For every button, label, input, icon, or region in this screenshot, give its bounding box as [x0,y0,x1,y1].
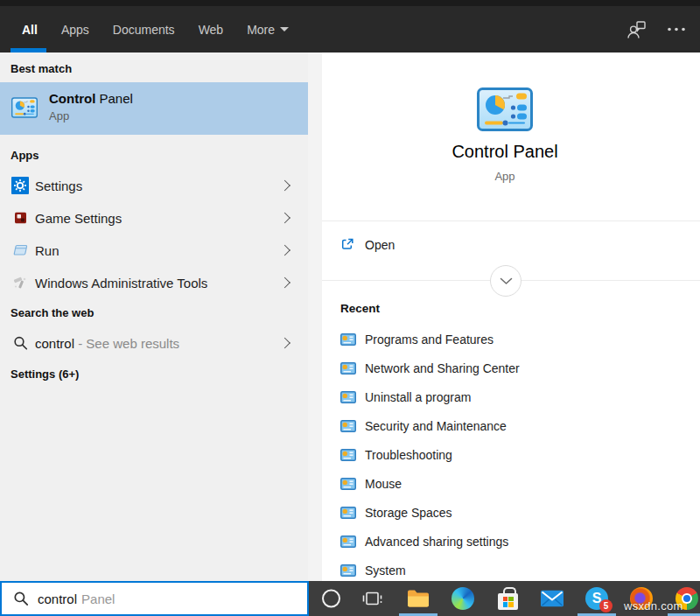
recent-list: Programs and Features Network and Sharin… [322,325,688,584]
feedback-icon[interactable] [626,20,648,39]
tab-all[interactable]: All [22,23,38,37]
launch-icon [340,237,354,251]
more-options-icon[interactable] [667,27,686,32]
control-panel-icon-large [322,88,688,131]
search-header-bar: All Apps Documents Web More [0,0,700,52]
recent-item[interactable]: Programs and Features [322,325,688,354]
file-explorer-icon[interactable] [407,590,430,608]
best-match-type: App [49,109,69,122]
control-panel-mini-icon [340,391,356,403]
web-suffix: - See web results [74,335,179,350]
cortana-icon[interactable] [322,590,340,608]
game-settings-icon [10,212,30,223]
chevron-right-icon [279,179,290,191]
control-panel-mini-icon [340,420,356,432]
preview-panel: Control Panel App Open Recent Programs a… [322,52,700,581]
control-panel-mini-icon [340,449,356,461]
recent-item[interactable]: Troubleshooting [322,440,688,469]
control-panel-mini-icon [340,507,356,519]
search-icon [13,591,29,606]
watermark: wsxdn.com [624,599,683,612]
app-row-run[interactable]: Run [0,234,308,266]
control-panel-mini-icon [340,536,356,548]
skype-notification-badge: 5 [599,599,612,612]
settings-gear-icon [10,177,30,194]
app-row-game-settings[interactable]: Game Settings [0,201,308,234]
skype-icon[interactable]: S 5 [585,587,608,610]
app-title: Control Panel [322,142,688,162]
recent-item[interactable]: Security and Maintenance [322,411,688,440]
task-view-icon[interactable] [362,592,382,606]
control-panel-mini-icon [340,333,356,346]
chevron-right-icon [279,337,290,348]
search-input[interactable]: control Panel [0,581,309,616]
search-web-header: Search the web [10,306,94,319]
chevron-down-icon [280,27,289,32]
open-button[interactable]: Open [322,221,700,272]
recent-item[interactable]: Storage Spaces [322,498,688,527]
panel-gutter [308,52,322,581]
web-query: control [35,335,74,350]
app-subtitle: App [322,170,688,183]
chevron-right-icon [279,212,290,223]
search-typed-text: control [38,592,77,606]
recent-item[interactable]: Mouse [322,469,688,498]
recent-header: Recent [340,302,380,315]
taskbar: S 5 wsxdn.com [309,581,700,616]
tab-documents[interactable]: Documents [113,23,175,37]
chevron-right-icon [279,276,290,288]
search-suggestion-text: Panel [81,592,115,606]
control-panel-mini-icon [340,564,356,577]
run-icon [10,244,30,256]
settings-header: Settings (6+) [10,368,79,381]
app-row-admin-tools[interactable]: Windows Administrative Tools [0,266,308,298]
best-match-row[interactable]: Control Panel App [0,82,308,135]
results-panel: Best match Control Panel App Apps Settin… [0,52,308,581]
expand-button[interactable] [490,265,522,297]
recent-item[interactable]: Network and Sharing Center [322,354,688,382]
app-row-settings[interactable]: Settings [0,169,308,201]
edge-icon[interactable] [452,587,474,610]
tab-more[interactable]: More [247,23,289,37]
best-match-title: Control Panel [49,91,133,106]
control-panel-icon [11,97,38,118]
app-hero: Control Panel App [322,52,688,183]
best-match-header: Best match [10,62,72,75]
store-icon[interactable] [498,587,518,610]
window-top-edge [0,0,700,6]
chevron-down-icon [500,277,513,285]
control-panel-mini-icon [340,478,356,490]
recent-item[interactable]: Advanced sharing settings [322,527,688,556]
chevron-right-icon [279,244,290,256]
admin-tools-icon [10,276,30,290]
tab-apps[interactable]: Apps [61,23,89,37]
search-icon [10,335,30,350]
mail-icon[interactable] [541,591,564,607]
recent-item[interactable]: Uninstall a program [322,382,688,411]
tab-web[interactable]: Web [199,23,224,37]
search-filter-tabs: All Apps Documents Web More [22,6,289,52]
control-panel-mini-icon [340,362,356,374]
apps-header: Apps [10,149,39,162]
search-web-row[interactable]: control - See web results [0,327,308,358]
